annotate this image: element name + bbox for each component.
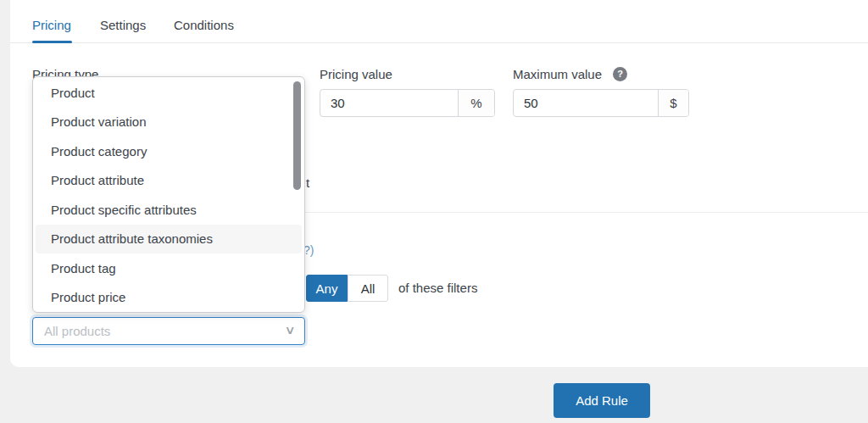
maximum-value-label: Maximum value [513,67,602,81]
pricing-type-dropdown-menu: Product Product variation Product catego… [32,76,305,313]
dropdown-option-product-category[interactable]: Product category [36,136,302,166]
maximum-value-unit: $ [658,90,688,116]
add-rule-button[interactable]: Add Rule [554,383,650,418]
product-filter-input[interactable] [33,318,304,344]
help-icon[interactable]: ? [613,67,627,81]
dropdown-option-product-attribute[interactable]: Product attribute [36,166,302,196]
product-filter-select[interactable]: ∨ [32,317,305,345]
obscured-text-fragment: t [306,175,309,190]
active-tab-underline [32,41,72,43]
maximum-value-group: $ [513,89,689,117]
pricing-value-group: % [320,89,495,117]
pricing-value-unit: % [458,90,494,116]
filter-match-any-button[interactable]: Any [306,275,348,302]
pricing-rule-editor: Pricing Settings Conditions Pricing type… [0,0,868,423]
filters-suffix-label: of these filters [398,281,477,295]
dropdown-option-product-variation[interactable]: Product variation [36,108,302,137]
dropdown-option-product[interactable]: Product [36,78,302,108]
pricing-value-label: Pricing value [320,67,392,81]
dropdown-option-product-specific-attributes[interactable]: Product specific attributes [36,195,302,225]
filter-match-all-button[interactable]: All [348,275,388,302]
dropdown-option-product-price[interactable]: Product price [36,283,302,313]
dropdown-scrollbar-thumb[interactable] [293,81,301,190]
tab-settings[interactable]: Settings [100,18,146,32]
tab-conditions[interactable]: Conditions [174,18,234,32]
maximum-value-input[interactable] [514,90,658,116]
pricing-value-input[interactable] [320,90,458,116]
dropdown-option-product-tag[interactable]: Product tag [36,253,302,283]
tabbar-divider [10,42,868,43]
dropdown-option-product-attribute-taxonomies[interactable]: Product attribute taxonomies [36,225,302,254]
tab-pricing[interactable]: Pricing [32,18,71,32]
